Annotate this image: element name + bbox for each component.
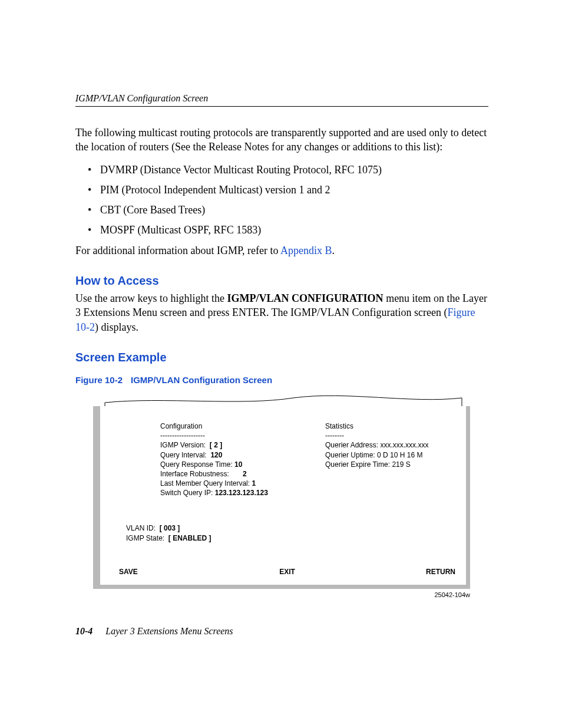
state-row: VLAN ID: [ 003 ] [126, 523, 455, 533]
igmp-version-label: IGMP Version: [160, 441, 206, 449]
vlan-id-value[interactable]: [ 003 ] [160, 524, 180, 532]
last-member-label: Last Member Query Interval: [160, 479, 250, 487]
running-head: IGMP/VLAN Configuration Screen [75, 93, 488, 104]
switch-ip-value[interactable]: 123.123.123.123 [215, 489, 268, 497]
igmp-version-value[interactable]: [ 2 ] [210, 441, 222, 449]
stats-rule: -------- [325, 431, 455, 440]
appendix-line: For additional information about IGMP, r… [75, 243, 488, 258]
menu-item-bold: IGMP/VLAN CONFIGURATION [227, 292, 383, 304]
tear-line-icon [93, 392, 470, 406]
list-item: MOSPF (Multicast OSPF, RFC 1583) [75, 223, 488, 237]
list-item: CBT (Core Based Trees) [75, 203, 488, 217]
terminal-screen: Configuration ------------------- IGMP V… [93, 406, 470, 589]
query-response-value[interactable]: 10 [234, 460, 242, 469]
figure: Configuration ------------------- IGMP V… [93, 392, 470, 598]
query-response-label: Query Response Time: [160, 460, 233, 469]
querier-expire-value: 219 S [392, 460, 410, 469]
last-member-value[interactable]: 1 [252, 479, 256, 487]
protocol-list: DVMRP (Distance Vector Multicast Routing… [75, 163, 488, 238]
config-row: Last Member Query Interval: 1 [160, 479, 296, 488]
config-row: IGMP Version: [ 2 ] [160, 440, 296, 450]
query-interval-label: Query Interval: [160, 451, 207, 459]
config-rule: ------------------- [160, 431, 296, 440]
screen-example-heading: Screen Example [75, 351, 488, 364]
stats-row: Querier Address: xxx.xxx.xxx.xxx [325, 440, 455, 450]
frame-left [93, 406, 100, 589]
state-row: IGMP State: [ ENABLED ] [126, 533, 455, 543]
stats-row: Querier Expire Time: 219 S [325, 460, 455, 469]
text: For additional information about IGMP, r… [75, 245, 280, 256]
stats-row: Querier Uptime: 0 D 10 H 16 M [325, 450, 455, 460]
figure-id: 25042-104w [93, 591, 470, 598]
list-item: DVMRP (Distance Vector Multicast Routing… [75, 163, 488, 177]
igmp-state-label: IGMP State: [126, 534, 164, 542]
page-number: 10-4 [75, 626, 92, 636]
exit-button[interactable]: EXIT [279, 568, 295, 576]
list-item: PIM (Protocol Independent Multicast) ver… [75, 183, 488, 197]
iface-robust-value[interactable]: 2 [243, 470, 247, 478]
igmp-state-value[interactable]: [ ENABLED ] [168, 534, 211, 542]
text: Use the arrow keys to highlight the [75, 292, 227, 304]
text: . [332, 245, 335, 256]
figure-number: Figure 10-2 [75, 375, 123, 385]
footer-title: Layer 3 Extensions Menu Screens [95, 626, 233, 636]
querier-uptime-value: 0 D 10 H 16 M [377, 451, 422, 459]
query-interval-value[interactable]: 120 [210, 451, 222, 459]
figure-caption: Figure 10-2IGMP/VLAN Configuration Scree… [75, 375, 488, 385]
stats-title: Statistics [325, 421, 455, 431]
appendix-link[interactable]: Appendix B [280, 245, 332, 256]
frame-bottom [93, 585, 470, 589]
header-rule [75, 106, 488, 107]
intro-paragraph: The following multicast routing protocol… [75, 126, 488, 154]
querier-address-value: xxx.xxx.xxx.xxx [380, 441, 428, 449]
vlan-id-label: VLAN ID: [126, 524, 156, 532]
page-footer: 10-4 Layer 3 Extensions Menu Screens [75, 626, 233, 637]
config-title: Configuration [160, 421, 296, 431]
config-row: Query Interval: 120 [160, 450, 296, 460]
figure-title: IGMP/VLAN Configuration Screen [131, 375, 272, 385]
switch-ip-label: Switch Query IP: [160, 489, 213, 497]
how-to-access-text: Use the arrow keys to highlight the IGMP… [75, 291, 488, 334]
how-to-access-heading: How to Access [75, 274, 488, 288]
querier-expire-label: Querier Expire Time: [325, 460, 390, 469]
config-row: Switch Query IP: 123.123.123.123 [160, 488, 296, 498]
frame-right [466, 406, 470, 589]
iface-robust-label: Interface Robustness: [160, 470, 229, 478]
config-row: Interface Robustness: 2 [160, 469, 296, 479]
querier-address-label: Querier Address: [325, 441, 378, 449]
querier-uptime-label: Querier Uptime: [325, 451, 375, 459]
text: ) displays. [95, 321, 138, 333]
config-row: Query Response Time: 10 [160, 460, 296, 469]
